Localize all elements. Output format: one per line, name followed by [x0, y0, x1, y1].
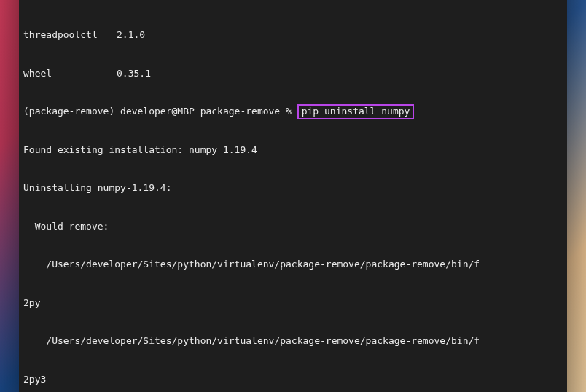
package-row: six1.15.0 — [23, 0, 563, 3]
package-name: wheel — [23, 67, 117, 80]
package-row: wheel0.35.1 — [23, 67, 563, 80]
prompt-line: (package-remove) developer@MBP package-r… — [23, 105, 563, 118]
package-version: 2.1.0 — [117, 29, 145, 40]
prompt-prefix: (package-remove) developer@MBP package-r… — [23, 106, 297, 117]
output-line: Found existing installation: numpy 1.19.… — [23, 144, 563, 157]
output-line: /Users/developer/Sites/python/virtualenv… — [23, 334, 563, 348]
output-line: 2py3 — [23, 373, 563, 386]
output-line: 2py — [23, 297, 563, 310]
command-highlight: pip uninstall numpy — [297, 104, 415, 119]
package-row: threadpoolctl2.1.0 — [23, 28, 563, 42]
package-version: 1.15.0 — [117, 0, 151, 2]
package-name: threadpoolctl — [23, 28, 117, 42]
output-line: Would remove: — [23, 220, 563, 233]
output-line: /Users/developer/Sites/python/virtualenv… — [23, 258, 563, 271]
package-name: six — [23, 0, 117, 3]
package-version: 0.35.1 — [117, 68, 151, 79]
terminal-body[interactable]: pip20.2.4 python-dateutil2.8.1 pytz2020.… — [19, 0, 567, 392]
output-line: Uninstalling numpy-1.19.4: — [23, 181, 563, 195]
terminal-window: package-remove — python3.7 ~/Sites/pytho… — [19, 0, 567, 392]
